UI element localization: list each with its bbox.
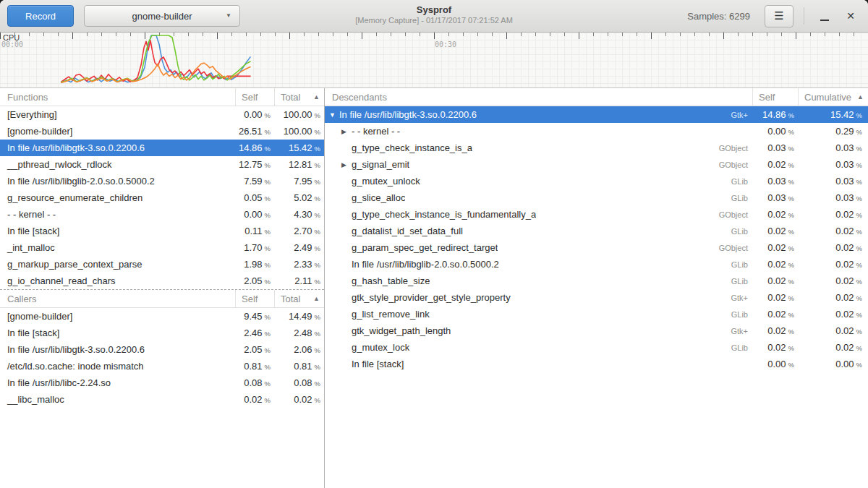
- function-name: In file /usr/lib/libgtk-3.so.0.2200.6: [0, 142, 235, 153]
- tree-row[interactable]: g_type_check_instance_is_aGObject0.03%0.…: [325, 140, 868, 156]
- table-row[interactable]: g_io_channel_read_chars2.05%2.11%: [0, 273, 324, 289]
- cpu-chart-svg: [0, 33, 868, 87]
- self-value: 0.00%: [752, 359, 798, 369]
- table-row[interactable]: In file /usr/lib/libgtk-3.so.0.2200.62.0…: [0, 341, 324, 358]
- self-value: 0.02%: [752, 159, 798, 170]
- total-value-number: 2.48: [294, 328, 312, 338]
- cpu-graph[interactable]: CPU 00:00 00:30: [0, 33, 868, 88]
- menu-button[interactable]: ☰: [765, 5, 793, 27]
- self-value: 14.86%: [752, 109, 798, 120]
- total-value-number: 0.02: [294, 394, 312, 405]
- function-name: g_param_spec_get_redirect_target: [352, 242, 498, 253]
- table-row[interactable]: [Everything]0.00%100.00%: [0, 106, 324, 123]
- table-row[interactable]: In file [stack]0.11%2.70%: [0, 223, 324, 239]
- tree-row[interactable]: g_list_remove_linkGLib0.02%0.02%: [325, 306, 868, 322]
- column-header-self[interactable]: Self: [235, 290, 274, 307]
- column-header-self[interactable]: Self: [752, 88, 798, 106]
- function-name: [Everything]: [0, 109, 235, 120]
- library-tag: GObject: [719, 160, 752, 169]
- library-tag: GObject: [719, 244, 752, 252]
- self-value: 0.08%: [235, 377, 274, 388]
- column-header-cumulative[interactable]: Cumulative ▲: [798, 88, 868, 106]
- tree-row[interactable]: g_mutex_unlockGLib0.03%0.03%: [325, 173, 868, 189]
- function-name: gtk_style_provider_get_style_property: [352, 292, 511, 303]
- column-header-self[interactable]: Self: [235, 88, 274, 106]
- library-tag: Gtk+: [731, 327, 752, 335]
- percent-sign: %: [265, 111, 271, 119]
- percent-sign: %: [856, 145, 862, 153]
- self-value-number: 1.70: [244, 242, 262, 253]
- total-value: 2.33%: [274, 259, 324, 270]
- library-tag: Gtk+: [731, 111, 752, 119]
- self-value: 0.11%: [235, 226, 274, 236]
- table-row[interactable]: g_resource_enumerate_children0.05%5.02%: [0, 189, 324, 206]
- table-row[interactable]: In file /usr/lib/libc-2.24.so0.08%0.08%: [0, 374, 324, 391]
- tree-row[interactable]: In file /usr/lib/libglib-2.0.so.0.5000.2…: [325, 256, 868, 273]
- tree-row[interactable]: ▶- - kernel - -0.00%0.29%: [325, 123, 868, 140]
- table-row[interactable]: /etc/ld.so.cache: inode mismatch0.81%0.8…: [0, 358, 324, 374]
- self-value-number: 0.02: [767, 226, 786, 236]
- self-value-number: 0.00: [244, 109, 262, 120]
- tree-row[interactable]: gtk_widget_path_lengthGtk+0.02%0.02%: [325, 322, 868, 339]
- column-header-total[interactable]: Total ▲: [274, 88, 324, 106]
- percent-sign: %: [788, 344, 794, 352]
- percent-sign: %: [788, 228, 794, 236]
- tree-row[interactable]: g_datalist_id_set_data_fullGLib0.02%0.02…: [325, 223, 868, 239]
- tree-row[interactable]: In file [stack]0.00%0.00%: [325, 356, 868, 372]
- self-value: 0.02%: [752, 259, 798, 270]
- row-expander-icon[interactable]: ▼: [329, 111, 339, 119]
- total-value: 100.00%: [274, 109, 324, 120]
- self-value: 2.46%: [235, 328, 274, 338]
- percent-sign: %: [315, 261, 320, 269]
- cumulative-value: 0.02%: [798, 325, 868, 336]
- column-header-callers[interactable]: Callers: [0, 290, 235, 307]
- tree-row[interactable]: gtk_style_provider_get_style_propertyGtk…: [325, 289, 868, 306]
- tree-row[interactable]: ▶g_signal_emitGObject0.02%0.03%: [325, 156, 868, 173]
- cumulative-value-number: 0.00: [835, 359, 854, 369]
- total-value-number: 100.00: [284, 109, 312, 120]
- table-row[interactable]: In file /usr/lib/libgtk-3.so.0.2200.614.…: [0, 140, 324, 156]
- table-row[interactable]: [gnome-builder]26.51%100.00%: [0, 123, 324, 140]
- library-tag: GObject: [719, 210, 752, 219]
- row-expander-icon[interactable]: ▶: [341, 161, 352, 168]
- total-value: 12.81%: [274, 159, 324, 170]
- tree-row[interactable]: g_param_spec_get_redirect_targetGObject0…: [325, 239, 868, 256]
- column-header-descendants[interactable]: Descendants: [325, 88, 752, 106]
- close-icon: ✕: [846, 10, 855, 22]
- functions-table: [Everything]0.00%100.00%[gnome-builder]2…: [0, 106, 324, 289]
- tree-row[interactable]: g_slice_allocGLib0.03%0.03%: [325, 189, 868, 206]
- table-row[interactable]: [gnome-builder]9.45%14.49%: [0, 308, 324, 325]
- record-button[interactable]: Record: [7, 5, 74, 27]
- self-value: 0.02%: [752, 242, 798, 253]
- table-row[interactable]: In file /usr/lib/libglib-2.0.so.0.5000.2…: [0, 173, 324, 189]
- table-row[interactable]: In file [stack]2.46%2.48%: [0, 325, 324, 341]
- total-value-number: 4.30: [294, 209, 312, 220]
- tree-row[interactable]: g_mutex_lockGLib0.02%0.02%: [325, 339, 868, 356]
- self-value-number: 0.81: [244, 361, 262, 372]
- minimize-button[interactable]: [812, 4, 838, 28]
- main-panes: Functions Self Total ▲ [Everything]0.00%…: [0, 88, 868, 488]
- tree-row[interactable]: g_hash_table_sizeGLib0.02%0.02%: [325, 273, 868, 289]
- samples-count: Samples: 6299: [687, 11, 750, 22]
- total-value: 2.49%: [274, 242, 324, 253]
- table-row[interactable]: g_markup_parse_context_parse1.98%2.33%: [0, 256, 324, 273]
- row-expander-icon[interactable]: ▶: [341, 128, 352, 135]
- percent-sign: %: [856, 311, 862, 319]
- table-row[interactable]: __pthread_rwlock_rdlock12.75%12.81%: [0, 156, 324, 173]
- function-name: __pthread_rwlock_rdlock: [0, 159, 235, 170]
- table-row[interactable]: __libc_malloc0.02%0.02%: [0, 391, 324, 408]
- self-value: 0.81%: [235, 361, 274, 372]
- close-button[interactable]: ✕: [838, 4, 864, 28]
- function-name: g_io_channel_read_chars: [0, 275, 235, 286]
- column-header-functions[interactable]: Functions: [0, 88, 235, 106]
- percent-sign: %: [856, 228, 862, 236]
- target-combobox[interactable]: gnome-builder ▼: [84, 5, 240, 27]
- table-row[interactable]: _int_malloc1.70%2.49%: [0, 239, 324, 256]
- self-value: 2.05%: [235, 344, 274, 355]
- table-row[interactable]: - - kernel - -0.00%4.30%: [0, 206, 324, 223]
- tree-row[interactable]: g_type_check_instance_is_fundamentally_a…: [325, 206, 868, 223]
- self-value-number: 0.03: [767, 142, 786, 153]
- column-header-total[interactable]: Total ▲: [274, 290, 324, 307]
- tree-row[interactable]: ▼In file /usr/lib/libgtk-3.so.0.2200.6Gt…: [325, 106, 868, 123]
- total-value: 0.08%: [274, 377, 324, 388]
